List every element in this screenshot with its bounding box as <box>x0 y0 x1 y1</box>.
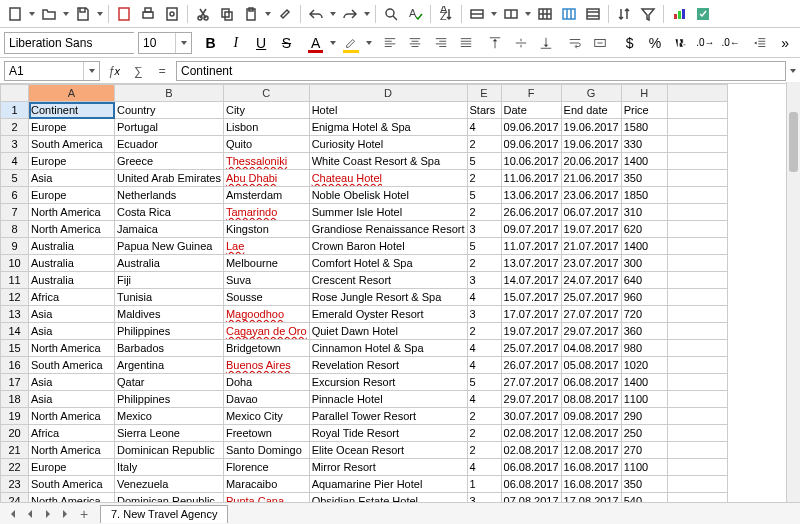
save-icon[interactable] <box>72 3 94 25</box>
percent-button[interactable]: % <box>644 32 665 54</box>
cell[interactable]: 06.07.2017 <box>561 204 621 221</box>
cell[interactable]: 540 <box>621 493 667 503</box>
cell[interactable]: 960 <box>621 289 667 306</box>
cell[interactable]: 21.07.2017 <box>561 238 621 255</box>
cell[interactable]: 250 <box>621 425 667 442</box>
cell[interactable]: Europe <box>29 119 115 136</box>
scroll-thumb[interactable] <box>789 112 798 172</box>
valign-top-button[interactable] <box>485 32 506 54</box>
cell[interactable]: 06.08.2017 <box>501 476 561 493</box>
more-button[interactable]: » <box>775 32 796 54</box>
new-dropdown[interactable] <box>28 12 36 16</box>
cell[interactable]: City <box>223 102 309 119</box>
cell[interactable]: Revelation Resort <box>309 357 467 374</box>
cell[interactable]: Maldives <box>115 306 224 323</box>
cell[interactable]: Magoodhoo <box>223 306 309 323</box>
open-icon[interactable] <box>38 3 60 25</box>
redo-dropdown[interactable] <box>363 12 371 16</box>
cell[interactable]: 2 <box>467 170 501 187</box>
cell[interactable]: 350 <box>621 476 667 493</box>
cell[interactable]: 1400 <box>621 238 667 255</box>
cell[interactable]: 2 <box>467 323 501 340</box>
cell[interactable]: 09.06.2017 <box>501 119 561 136</box>
cell[interactable]: 2 <box>467 255 501 272</box>
cell[interactable]: 2 <box>467 204 501 221</box>
cell[interactable]: Country <box>115 102 224 119</box>
cell[interactable]: Obsidian Estate Hotel <box>309 493 467 503</box>
cell[interactable]: Aquamarine Pier Hotel <box>309 476 467 493</box>
cell[interactable]: Freetown <box>223 425 309 442</box>
cell[interactable]: South America <box>29 357 115 374</box>
dec-rem-button[interactable]: .0← <box>720 32 741 54</box>
cell[interactable]: 330 <box>621 136 667 153</box>
col-header-A[interactable]: A <box>29 85 115 102</box>
cell[interactable]: Philippines <box>115 323 224 340</box>
cell[interactable]: Hotel <box>309 102 467 119</box>
col-header-D[interactable]: D <box>309 85 467 102</box>
cell[interactable]: Date <box>501 102 561 119</box>
paint-icon[interactable] <box>274 3 296 25</box>
cell[interactable]: Rose Jungle Resort & Spa <box>309 289 467 306</box>
cell[interactable]: Australia <box>29 255 115 272</box>
cell[interactable]: Royal Tide Resort <box>309 425 467 442</box>
row-header[interactable]: 17 <box>1 374 29 391</box>
cell[interactable]: Pinnacle Hotel <box>309 391 467 408</box>
align-justify-button[interactable] <box>455 32 476 54</box>
cell[interactable]: North America <box>29 408 115 425</box>
cell[interactable]: Abu Dhabi <box>223 170 309 187</box>
cell[interactable]: Papua New Guinea <box>115 238 224 255</box>
cell[interactable]: Qatar <box>115 374 224 391</box>
cell[interactable]: 26.06.2017 <box>501 204 561 221</box>
cell[interactable]: 5 <box>467 187 501 204</box>
name-box[interactable] <box>4 61 100 81</box>
cell[interactable]: 2 <box>467 408 501 425</box>
cell[interactable]: 23.06.2017 <box>561 187 621 204</box>
cell[interactable]: 2 <box>467 442 501 459</box>
col-header-B[interactable]: B <box>115 85 224 102</box>
save-dropdown[interactable] <box>96 12 104 16</box>
valign-mid-button[interactable] <box>510 32 531 54</box>
cell[interactable]: South America <box>29 136 115 153</box>
cell[interactable]: 05.08.2017 <box>561 357 621 374</box>
cell[interactable]: Crescent Resort <box>309 272 467 289</box>
cell[interactable]: 08.08.2017 <box>561 391 621 408</box>
row-header[interactable]: 16 <box>1 357 29 374</box>
cell[interactable]: 3 <box>467 272 501 289</box>
font-size-input[interactable] <box>139 33 175 53</box>
cell[interactable]: Davao <box>223 391 309 408</box>
bold-button[interactable]: B <box>200 32 221 54</box>
cell[interactable]: 19.07.2017 <box>501 323 561 340</box>
cell[interactable]: 1580 <box>621 119 667 136</box>
cell[interactable]: Kingston <box>223 221 309 238</box>
cell[interactable]: 09.06.2017 <box>501 136 561 153</box>
row-header[interactable]: 6 <box>1 187 29 204</box>
cell[interactable]: 360 <box>621 323 667 340</box>
cell[interactable]: 4 <box>467 357 501 374</box>
cell[interactable]: Summer Isle Hotel <box>309 204 467 221</box>
cell[interactable]: 13.07.2017 <box>501 255 561 272</box>
cell[interactable]: 25.07.2017 <box>501 340 561 357</box>
cell[interactable]: Price <box>621 102 667 119</box>
cell[interactable]: Stars <box>467 102 501 119</box>
col-header-F[interactable]: F <box>501 85 561 102</box>
cell[interactable]: Lisbon <box>223 119 309 136</box>
cell[interactable]: Emerald Oyster Resort <box>309 306 467 323</box>
cell[interactable]: Asia <box>29 306 115 323</box>
cell[interactable]: 29.07.2017 <box>501 391 561 408</box>
cell[interactable]: Portugal <box>115 119 224 136</box>
cell[interactable]: Cagayan de Oro <box>223 323 309 340</box>
row-header[interactable]: 10 <box>1 255 29 272</box>
align-center-button[interactable] <box>405 32 426 54</box>
grid1-icon[interactable] <box>534 3 556 25</box>
filter-icon[interactable] <box>637 3 659 25</box>
align-right-button[interactable] <box>430 32 451 54</box>
merge-button[interactable] <box>590 32 611 54</box>
cell[interactable]: 270 <box>621 442 667 459</box>
cell[interactable]: Grandiose Renaissance Resort <box>309 221 467 238</box>
formula-expand[interactable] <box>790 69 796 73</box>
cell[interactable]: 1400 <box>621 153 667 170</box>
cell[interactable]: United Arab Emirates <box>115 170 224 187</box>
font-size-combo[interactable] <box>138 32 192 54</box>
cell[interactable]: Tunisia <box>115 289 224 306</box>
cell[interactable]: 1850 <box>621 187 667 204</box>
